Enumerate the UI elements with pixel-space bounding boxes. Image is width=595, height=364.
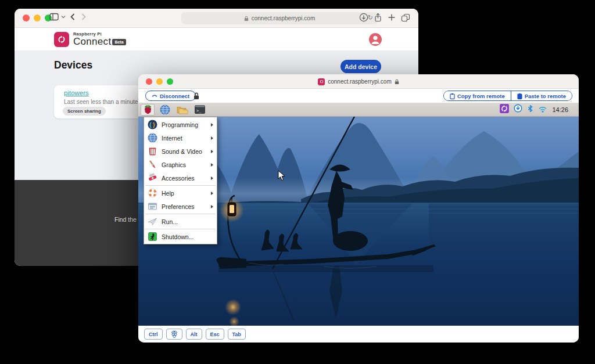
disconnect-label: Disconnect [160, 93, 189, 99]
submenu-arrow-icon [211, 150, 213, 153]
graphics-icon [148, 160, 157, 170]
submenu-arrow-icon [211, 123, 213, 127]
device-last-seen: Last seen less than a minute ago [64, 99, 149, 105]
disconnect-button[interactable]: Disconnect [145, 91, 196, 101]
back-button[interactable] [70, 13, 76, 21]
device-link[interactable]: pitowers [64, 89, 89, 96]
address-bar[interactable]: connect.raspberrypi.com ↻ [181, 12, 378, 24]
menu-item-accessories[interactable]: Accessories [144, 171, 217, 185]
forward-button[interactable] [81, 13, 87, 21]
terminal-icon: >_ [195, 105, 205, 114]
update-icon [514, 104, 522, 113]
pi-applications-menu: { } Programming Internet [144, 117, 217, 244]
connect-tray-icon[interactable] [500, 104, 509, 116]
paste-to-remote-button[interactable]: Paste to remote [511, 91, 572, 100]
svg-text:{: { [149, 121, 152, 128]
menu-separator [145, 185, 216, 186]
mouse-cursor [278, 170, 285, 181]
clipboard-icon [450, 93, 455, 99]
taskbar-clock[interactable]: 14:26 [552, 106, 568, 113]
globe-icon [160, 104, 170, 115]
connect-logo-icon [54, 32, 69, 47]
pi-taskbar: >_ [138, 103, 579, 117]
beta-badge: Beta [112, 39, 126, 45]
clipboard-buttons: Copy from remote Paste to remote [443, 91, 572, 101]
session-toolbar: Disconnect Copy from remote Pas [138, 89, 579, 103]
preferences-icon [148, 201, 157, 211]
alt-key-button[interactable]: Alt [186, 329, 202, 340]
menu-item-programming[interactable]: { } Programming [144, 118, 217, 131]
submenu-arrow-icon [211, 163, 213, 167]
menu-item-run[interactable]: Run... [144, 215, 217, 228]
share-button[interactable] [374, 13, 382, 24]
session-secure-lock [193, 92, 199, 102]
account-avatar[interactable] [369, 33, 382, 46]
page-title: Devices [54, 59, 92, 71]
tab-key-button[interactable]: Tab [228, 329, 246, 340]
esc-key-button[interactable]: Esc [206, 329, 224, 340]
raspberry-icon [144, 104, 152, 114]
brand-connect: Connect [73, 36, 111, 47]
connect-logo[interactable]: Raspberry Pi ConnectBeta [54, 32, 126, 47]
menu-separator [145, 229, 216, 229]
lock-icon [395, 79, 399, 85]
user-icon [369, 33, 382, 46]
bluetooth-tray-icon[interactable] [527, 104, 533, 115]
menu-separator [145, 214, 216, 214]
bluetooth-icon [527, 104, 533, 113]
add-device-button[interactable]: Add device [340, 60, 381, 73]
sidebar-toggle[interactable] [49, 13, 60, 21]
sidebar-icon [49, 13, 60, 21]
menu-item-graphics[interactable]: Graphics [144, 158, 217, 171]
menu-item-sound-video[interactable]: Sound & Video [144, 145, 217, 158]
help-icon [148, 188, 157, 198]
lock-icon [244, 16, 249, 21]
wifi-icon [538, 105, 547, 113]
folders-icon [177, 105, 188, 114]
screen-sharing-badge: Screen sharing [63, 107, 106, 116]
chevron-right-icon [81, 13, 87, 21]
ctrl-key-button[interactable]: Ctrl [144, 329, 163, 340]
copy-from-remote-label: Copy from remote [457, 93, 505, 99]
paste-to-remote-label: Paste to remote [525, 93, 566, 99]
svg-text:}: } [153, 121, 155, 128]
raspberry-icon [171, 330, 178, 338]
updater-tray-icon[interactable] [514, 104, 522, 115]
window-titlebar: connect.raspberrypi.com [138, 74, 579, 89]
virtual-keys-bar: Ctrl Alt Esc Tab [138, 326, 579, 343]
traffic-lights [23, 15, 52, 21]
menu-item-help[interactable]: Help [144, 186, 217, 200]
clipboard-icon [517, 93, 522, 99]
window-title-url: connect.raspberrypi.com [328, 78, 392, 85]
programming-icon: { } [148, 120, 157, 129]
wifi-tray-icon[interactable] [538, 104, 547, 115]
copy-from-remote-button[interactable]: Copy from remote [444, 91, 511, 100]
plus-icon [388, 13, 396, 21]
pi-menu-button[interactable] [141, 104, 155, 116]
submenu-arrow-icon [211, 205, 213, 208]
internet-icon [148, 133, 157, 143]
menu-item-internet[interactable]: Internet [144, 131, 217, 145]
lock-icon [193, 92, 199, 100]
downloads-button[interactable] [359, 13, 368, 24]
chevron-left-icon [70, 13, 76, 21]
menu-item-preferences[interactable]: Preferences [144, 200, 217, 213]
connect-icon [500, 104, 509, 113]
minimize-button[interactable] [34, 15, 41, 21]
tab-overview-button[interactable] [401, 13, 410, 24]
download-icon [359, 13, 368, 22]
shutdown-icon [148, 232, 157, 242]
sidebar-chevron[interactable] [61, 15, 66, 19]
new-tab-button[interactable] [388, 13, 396, 24]
menu-item-shutdown[interactable]: Shutdown... [144, 230, 217, 243]
url-text: connect.raspberrypi.com [252, 15, 316, 21]
file-manager-launcher[interactable] [175, 104, 189, 116]
chevron-down-icon [61, 15, 66, 19]
raspberry-key-button[interactable] [166, 329, 182, 340]
close-button[interactable] [23, 15, 30, 21]
terminal-launcher[interactable]: >_ [193, 104, 207, 116]
run-icon [148, 217, 157, 226]
submenu-arrow-icon [211, 176, 213, 180]
remote-desktop-view[interactable]: { } Programming Internet [138, 117, 579, 326]
web-browser-launcher[interactable] [158, 104, 172, 116]
